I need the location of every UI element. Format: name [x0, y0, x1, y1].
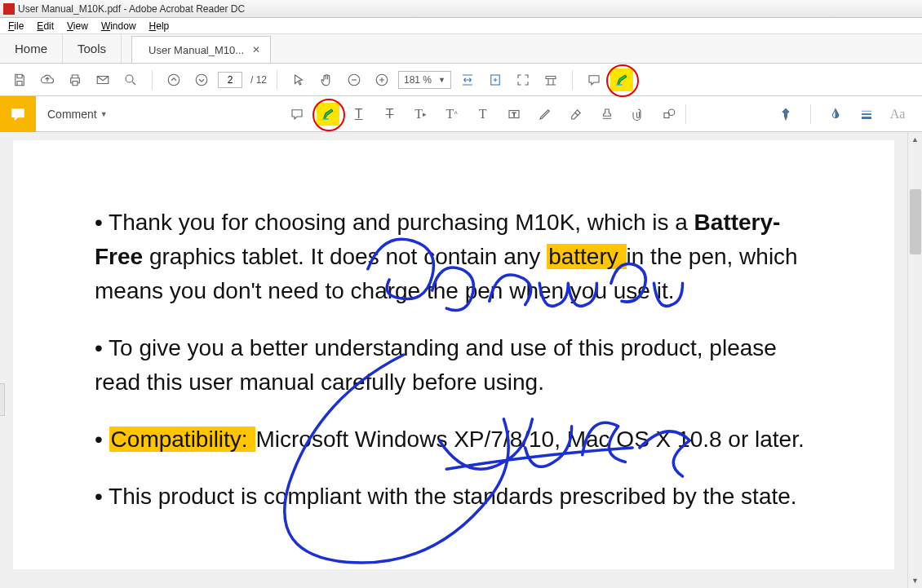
menu-window[interactable]: Window — [96, 19, 141, 33]
comment-toolbar: Comment ▼ T T T▸ T^ T T Aa — [0, 96, 922, 132]
page-number-input[interactable] — [218, 72, 242, 88]
menu-help[interactable]: Help — [144, 19, 175, 33]
email-icon[interactable] — [91, 69, 114, 91]
svg-point-9 — [668, 109, 675, 116]
page-total: / 12 — [250, 74, 267, 86]
highlighted-text[interactable]: battery — [547, 244, 626, 269]
page-up-icon[interactable] — [162, 69, 185, 91]
cloud-upload-icon[interactable] — [36, 69, 59, 91]
sticky-note-icon[interactable] — [583, 69, 605, 91]
pointer-icon[interactable] — [287, 69, 310, 91]
tabs-bar: Home Tools User Manual_M10... ✕ — [0, 34, 922, 64]
paragraph-2: • To give you a better understanding and… — [95, 331, 813, 400]
eraser-tool-icon[interactable] — [565, 103, 587, 126]
separator — [685, 104, 686, 124]
separator — [152, 70, 153, 90]
highlighted-text[interactable]: Compatibility: — [109, 427, 256, 452]
replace-text-tool-icon[interactable]: T▸ — [410, 103, 432, 126]
text: Microsoft Windows XP/7/8/10, Mac OS X 10… — [255, 427, 804, 452]
attachment-tool-icon[interactable] — [627, 103, 649, 126]
app-icon — [3, 3, 15, 15]
shapes-tool-icon[interactable] — [658, 103, 680, 126]
text-format-icon[interactable]: Aa — [886, 103, 909, 126]
save-icon[interactable] — [8, 69, 31, 91]
scroll-up-icon[interactable]: ▲ — [908, 132, 922, 147]
insert-text-tool-icon[interactable]: T^ — [441, 103, 463, 126]
menu-file[interactable]: File — [3, 19, 29, 33]
panel-grip-left[interactable] — [0, 383, 5, 416]
menu-view[interactable]: View — [62, 19, 93, 33]
pin-tool-icon[interactable] — [774, 103, 797, 126]
close-tab-icon[interactable]: ✕ — [252, 44, 260, 55]
paragraph-3: • Compatibility: Microsoft Windows XP/7/… — [95, 422, 813, 457]
read-mode-icon[interactable] — [539, 69, 562, 91]
add-text-tool-icon[interactable]: T — [472, 103, 494, 126]
line-thickness-icon[interactable] — [855, 103, 878, 126]
main-toolbar: / 12 181 % ▼ — [0, 64, 922, 96]
comment-dropdown[interactable]: Comment ▼ — [36, 108, 114, 121]
fit-width-icon[interactable] — [456, 69, 479, 91]
tab-document[interactable]: User Manual_M10... ✕ — [131, 36, 271, 63]
highlight-tool-main[interactable] — [610, 69, 633, 91]
separator — [277, 70, 277, 90]
zoom-level-value: 181 % — [404, 74, 432, 86]
chevron-down-icon: ▼ — [100, 110, 108, 118]
paragraph-1: • Thank you for choosing and purchasing … — [95, 206, 813, 308]
sticky-note-tool-icon[interactable] — [286, 103, 308, 126]
menu-bar: File Edit View Window Help — [0, 18, 922, 34]
underline-tool-icon[interactable]: T — [348, 103, 370, 126]
pencil-tool-icon[interactable] — [534, 103, 556, 126]
tab-tools[interactable]: Tools — [63, 34, 122, 63]
svg-text:T: T — [512, 111, 516, 118]
stamp-tool-icon[interactable] — [596, 103, 618, 126]
vertical-scrollbar[interactable]: ▲ ▼ — [907, 132, 922, 588]
scroll-down-icon[interactable]: ▼ — [908, 573, 922, 588]
fit-page-icon[interactable] — [484, 69, 507, 91]
search-icon[interactable] — [119, 69, 142, 91]
text: • — [95, 427, 109, 452]
print-icon[interactable] — [64, 69, 86, 91]
svg-point-0 — [126, 75, 133, 82]
menu-edit[interactable]: Edit — [32, 19, 59, 33]
svg-point-2 — [196, 74, 207, 86]
hand-icon[interactable] — [315, 69, 338, 91]
scroll-thumb[interactable] — [910, 189, 921, 254]
separator — [810, 104, 811, 124]
separator — [572, 70, 573, 90]
text: • Thank you for choosing and purchasing … — [95, 210, 694, 235]
paragraph-4: • This product is compliant with the sta… — [95, 480, 813, 514]
page-down-icon[interactable] — [190, 69, 213, 91]
pdf-page: • Thank you for choosing and purchasing … — [13, 140, 894, 569]
highlight-tool-comment[interactable] — [317, 103, 339, 126]
color-tool-icon[interactable] — [824, 103, 847, 126]
window-title: User Manual_M10K.pdf - Adobe Acrobat Rea… — [18, 3, 245, 15]
fullscreen-icon[interactable] — [512, 69, 534, 91]
text: graphics tablet. It does not contain any — [143, 244, 547, 269]
comment-panel-icon[interactable] — [0, 96, 36, 132]
tab-home[interactable]: Home — [0, 34, 63, 63]
strikethrough-tool-icon[interactable]: T — [379, 103, 401, 126]
comment-label-text: Comment — [47, 108, 97, 121]
tab-document-label: User Manual_M10... — [148, 44, 244, 56]
textbox-tool-icon[interactable]: T — [503, 103, 525, 126]
window-titlebar: User Manual_M10K.pdf - Adobe Acrobat Rea… — [0, 0, 922, 18]
svg-point-1 — [168, 74, 180, 86]
zoom-in-icon[interactable] — [370, 69, 393, 91]
chevron-down-icon: ▼ — [438, 76, 445, 84]
zoom-level-select[interactable]: 181 % ▼ — [398, 71, 451, 89]
zoom-out-icon[interactable] — [343, 69, 366, 91]
document-viewport[interactable]: • Thank you for choosing and purchasing … — [0, 132, 907, 588]
